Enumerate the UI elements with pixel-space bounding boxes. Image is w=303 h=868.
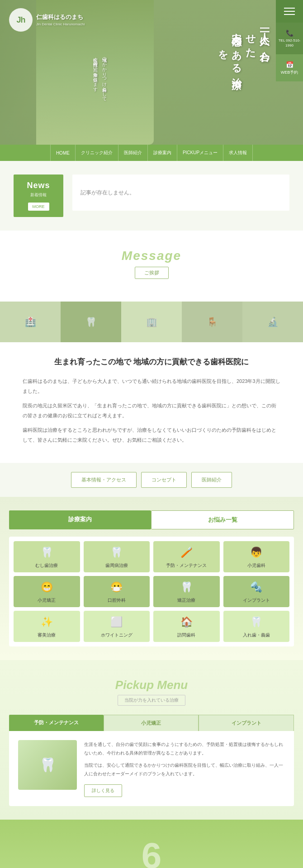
treatment-prevention[interactable]: 🪥 予防・メンテナンス — [153, 541, 220, 572]
access-button[interactable]: 基本情報・アクセス — [71, 472, 137, 488]
treatment-pediatric[interactable]: 👦 小児歯科 — [223, 541, 290, 572]
message-body-3: 歯科医院は治療をするところと思われがちですが、治療をしなくてもいいお口づくりのた… — [23, 425, 280, 445]
prevention-label: 予防・メンテナンス — [166, 563, 207, 568]
ortho-label: 矯正治療 — [177, 598, 195, 603]
nav-clinic[interactable]: クリニック紹介 — [76, 145, 118, 161]
message-text-block: 生まれ育ったこの地で 地域の方に貢献できる歯科医院に 仁歯科はるのまちは、子ども… — [0, 342, 303, 463]
treatment-tabs: 診療案内 お悩み一覧 — [9, 510, 294, 529]
treatment-implant[interactable]: 🔩 インプラント — [223, 576, 290, 607]
tab-treatment-menu[interactable]: 診療案内 — [9, 510, 151, 529]
ortho-icon: 🦷 — [156, 581, 217, 593]
bottom-section: 6 当院が 選ばれる — [0, 820, 303, 868]
denture-label: 入れ歯・義歯 — [243, 632, 270, 637]
news-more-button[interactable]: MORE — [28, 203, 49, 211]
clinic-name: 仁歯科はるのまち Jin Dental Clinic Harunomachi — [36, 13, 85, 26]
hamburger-button[interactable] — [276, 0, 303, 23]
logo-area: Jh 仁歯科はるのまち Jin Dental Clinic Harunomach… — [9, 8, 85, 32]
message-body-2: 院長の地元は久留米区であり、「生まれ育ったこの地で、地域の方に貢献できる歯科医院… — [23, 401, 280, 420]
pickup-more-button[interactable]: 詳しく見る — [84, 784, 122, 797]
hero-sub-text: 地域のかかりつけ歯科として 幅広く専門性の高い治療を提供します — [90, 54, 109, 99]
hero-section: Jh 仁歯科はるのまち Jin Dental Clinic Harunomach… — [0, 0, 303, 145]
oral-surgery-icon: 😷 — [86, 581, 147, 593]
news-title: News — [22, 181, 55, 190]
logo-icon: Jh — [9, 8, 33, 32]
treatment-cavities[interactable]: 🦷 むし歯治療 — [14, 541, 80, 572]
pickup-body-2: 当院では、安心して通院できるかかりつけの歯科医院を目指して、幅広い治療に取り組み… — [84, 761, 285, 778]
message-body-1: 仁歯科はるのまちは、子どもから大人まで、いつでも通い続けられる地域の歯科医院を目… — [23, 376, 280, 396]
cavities-icon: 🦷 — [16, 547, 77, 558]
bottom-number: 6 — [14, 838, 289, 868]
clinic-photo-1: 🏥 — [0, 302, 61, 342]
pickup-tab-implant[interactable]: インプラント — [199, 715, 294, 731]
cosmetic-label: 審美治療 — [38, 632, 56, 637]
treatment-denture[interactable]: 🦷 入れ歯・義歯 — [223, 611, 290, 642]
pickup-tabs: 予防・メンテナンス 小児矯正 インプラント — [9, 715, 294, 731]
hero-tagline: 一人一人に合わせた 安心感のある治療を — [216, 18, 271, 108]
pickup-image: 🦷 — [18, 740, 77, 790]
treatment-pediatric-ortho[interactable]: 😁 小児矯正 — [14, 576, 80, 607]
message-greeting-button[interactable]: ご挨拶 — [135, 267, 169, 279]
treatment-section: 診療案内 お悩み一覧 🦷 むし歯治療 🦷 歯周病治療 🪥 予防・メンテナンス 👦… — [0, 497, 303, 660]
message-section: Message ご挨拶 — [0, 231, 303, 302]
doctor-button[interactable]: 医師紹介 — [191, 472, 232, 488]
news-badge: News 新着情報 MORE — [14, 175, 63, 217]
news-subtitle: 新着情報 — [22, 192, 55, 198]
logo-initials: Jh — [16, 15, 25, 25]
denture-icon: 🦷 — [226, 616, 287, 628]
cosmetic-icon: ✨ — [16, 616, 77, 628]
clinic-photos-strip: 🏥 🦷 🏢 🪑 🔬 — [0, 302, 303, 342]
pickup-subtitle: 当院が力を入れている治療 — [118, 695, 185, 706]
oral-surgery-label: 口腔外科 — [108, 598, 126, 603]
phone-icon: 📞 — [286, 29, 294, 37]
implant-label: インプラント — [243, 598, 270, 603]
pickup-title: Pickup Menu — [9, 678, 294, 692]
treatment-ortho[interactable]: 🦷 矯正治療 — [153, 576, 220, 607]
treatment-whitening[interactable]: ⬜ ホワイトニング — [84, 611, 150, 642]
concept-button[interactable]: コンセプト — [141, 472, 187, 488]
treatment-visiting[interactable]: 🏠 訪問歯科 — [153, 611, 220, 642]
web-reservation-button[interactable]: 📅 WEB予約 — [276, 54, 303, 81]
message-heading: 生まれ育ったこの地で 地域の方に貢献できる歯科医院に — [23, 356, 280, 369]
calendar-icon: 📅 — [286, 61, 294, 70]
tab-concerns[interactable]: お悩み一覧 — [151, 510, 294, 529]
clinic-photo-5: 🔬 — [242, 302, 303, 342]
periodontal-icon: 🦷 — [86, 547, 147, 558]
treatment-grid: 🦷 むし歯治療 🦷 歯周病治療 🪥 予防・メンテナンス 👦 小児歯科 😁 小児矯… — [9, 537, 294, 646]
whitening-icon: ⬜ — [86, 616, 147, 628]
nav-pickup[interactable]: PICKUPメニュー — [177, 145, 223, 161]
prevention-icon: 🪥 — [156, 547, 217, 558]
whitening-label: ホワイトニング — [101, 632, 133, 637]
treatment-cosmetic[interactable]: ✨ 審美治療 — [14, 611, 80, 642]
news-content: 記事が存在しません。 — [72, 175, 289, 211]
pickup-tab-prevention[interactable]: 予防・メンテナンス — [9, 715, 104, 731]
pediatric-icon: 👦 — [226, 547, 287, 558]
news-inner: News 新着情報 MORE 記事が存在しません。 — [14, 175, 289, 217]
visiting-icon: 🏠 — [156, 616, 217, 628]
message-title-en: Message — [0, 249, 303, 263]
implant-icon: 🔩 — [226, 581, 287, 593]
periodontal-label: 歯周病治療 — [105, 563, 128, 568]
nav-recruit[interactable]: 求人情報 — [223, 145, 253, 161]
nav-doctor[interactable]: 医師紹介 — [118, 145, 148, 161]
clinic-photo-4: 🪑 — [182, 302, 242, 342]
cavities-label: むし歯治療 — [35, 563, 58, 568]
clinic-photo-3: 🏢 — [121, 302, 182, 342]
header-side-actions: 📞 TEL 092-510-1990 📅 WEB予約 — [276, 0, 303, 81]
news-empty-message: 記事が存在しません。 — [80, 189, 135, 197]
nav-home[interactable]: HOME — [50, 145, 76, 161]
pediatric-ortho-label: 小児矯正 — [38, 598, 56, 603]
clinic-photo-2: 🦷 — [61, 302, 121, 342]
main-nav: HOME クリニック紹介 医師紹介 診療案内 PICKUPメニュー 求人情報 — [0, 145, 303, 161]
phone-button[interactable]: 📞 TEL 092-510-1990 — [276, 23, 303, 54]
pickup-content: 🦷 生涯を通して、自分の歯で笑顔に食事のようにするための、予防処置・処置後は後悔… — [9, 731, 294, 806]
pickup-section: Pickup Menu 当院が力を入れている治療 予防・メンテナンス 小児矯正 … — [0, 660, 303, 820]
pickup-tab-pediatric-ortho[interactable]: 小児矯正 — [104, 715, 199, 731]
message-buttons: 基本情報・アクセス コンセプト 医師紹介 — [0, 463, 303, 497]
nav-treatment[interactable]: 診療案内 — [148, 145, 177, 161]
treatment-periodontal[interactable]: 🦷 歯周病治療 — [84, 541, 150, 572]
pediatric-label: 小児歯科 — [247, 563, 265, 568]
treatment-oral-surgery[interactable]: 😷 口腔外科 — [84, 576, 150, 607]
news-section: News 新着情報 MORE 記事が存在しません。 — [0, 161, 303, 231]
pediatric-ortho-icon: 😁 — [16, 581, 77, 593]
pickup-text-block: 生涯を通して、自分の歯で笑顔に食事のようにするための、予防処置・処置後は後悔する… — [84, 740, 285, 797]
